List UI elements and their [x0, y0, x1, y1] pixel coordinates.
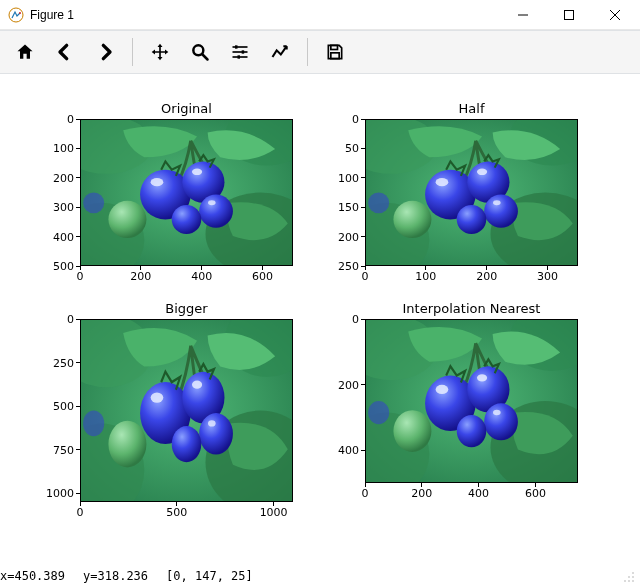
- svg-point-27: [151, 178, 164, 186]
- y-tick-label: 250: [34, 356, 74, 369]
- x-tick-label: 1000: [260, 506, 288, 519]
- zoom-button[interactable]: [181, 34, 219, 70]
- subplot-title: Half: [365, 101, 578, 116]
- x-tick-label: 200: [130, 270, 151, 283]
- svg-point-57: [208, 420, 216, 426]
- configure-subplots-button[interactable]: [221, 34, 259, 70]
- y-tick-label: 200: [319, 230, 359, 243]
- svg-point-49: [83, 411, 104, 437]
- y-tick-label: 50: [319, 142, 359, 155]
- axes-image: [365, 319, 578, 483]
- svg-point-25: [199, 195, 233, 228]
- svg-point-40: [457, 205, 487, 234]
- svg-point-28: [192, 168, 202, 175]
- y-tick-label: 250: [319, 260, 359, 273]
- edit-parameters-button[interactable]: [261, 34, 299, 70]
- subplot: Bigger: [80, 319, 293, 502]
- x-tick-label: 300: [537, 270, 558, 283]
- y-tick-label: 0: [319, 313, 359, 326]
- status-bar: x=450.389 y=318.236 [0, 147, 25]: [0, 564, 640, 588]
- svg-point-67: [484, 403, 518, 440]
- y-tick-label: 100: [319, 171, 359, 184]
- subplot-title: Original: [80, 101, 293, 116]
- subplot: Half: [365, 119, 578, 266]
- save-button[interactable]: [316, 34, 354, 70]
- svg-rect-9: [235, 45, 238, 48]
- home-button[interactable]: [6, 34, 44, 70]
- y-tick-label: 500: [34, 400, 74, 413]
- window-title: Figure 1: [30, 8, 74, 22]
- y-tick-label: 300: [34, 201, 74, 214]
- y-tick-label: 500: [34, 260, 74, 273]
- x-tick-label: 600: [252, 270, 273, 283]
- cursor-y: y=318.236: [83, 569, 148, 583]
- x-tick-label: 200: [411, 487, 432, 500]
- close-button[interactable]: [592, 0, 638, 30]
- y-tick-label: 1000: [34, 487, 74, 500]
- axes-image: [80, 319, 293, 502]
- svg-point-71: [493, 410, 501, 416]
- svg-point-54: [172, 426, 202, 462]
- subplot-title: Bigger: [80, 301, 293, 316]
- app-icon: [8, 7, 24, 23]
- subplot-title: Interpolation Nearest: [365, 301, 578, 316]
- svg-point-70: [477, 374, 487, 381]
- y-tick-label: 200: [319, 378, 359, 391]
- forward-button[interactable]: [86, 34, 124, 70]
- figure-canvas[interactable]: Original: [0, 74, 640, 564]
- x-tick-label: 0: [362, 487, 369, 500]
- window-titlebar: Figure 1: [0, 0, 640, 30]
- subplot: Interpolation Nearest: [365, 319, 578, 483]
- x-tick-label: 400: [191, 270, 212, 283]
- svg-point-29: [208, 200, 216, 205]
- y-tick-label: 0: [34, 113, 74, 126]
- svg-point-72: [632, 572, 634, 574]
- x-tick-label: 400: [468, 487, 489, 500]
- svg-point-69: [436, 385, 449, 394]
- svg-point-26: [172, 205, 202, 234]
- toolbar-separator: [132, 38, 133, 66]
- svg-rect-11: [242, 50, 245, 53]
- svg-point-68: [457, 415, 487, 447]
- svg-point-56: [192, 381, 202, 389]
- pan-button[interactable]: [141, 34, 179, 70]
- svg-point-53: [199, 413, 233, 454]
- svg-point-39: [484, 195, 518, 228]
- svg-point-41: [436, 178, 449, 186]
- minimize-button[interactable]: [500, 0, 546, 30]
- axes-image: [365, 119, 578, 266]
- maximize-button[interactable]: [546, 0, 592, 30]
- x-tick-label: 0: [77, 506, 84, 519]
- svg-point-77: [632, 580, 634, 582]
- y-tick-label: 400: [319, 444, 359, 457]
- axes-image: [80, 119, 293, 266]
- x-tick-label: 200: [476, 270, 497, 283]
- cursor-pixel-value: [0, 147, 25]: [166, 569, 253, 583]
- svg-point-75: [624, 580, 626, 582]
- svg-point-50: [108, 421, 146, 468]
- cursor-x: x=450.389: [0, 569, 65, 583]
- svg-point-63: [368, 401, 389, 424]
- svg-point-74: [632, 576, 634, 578]
- svg-point-1: [19, 12, 21, 14]
- y-tick-label: 150: [319, 201, 359, 214]
- svg-point-36: [393, 201, 431, 238]
- svg-rect-13: [238, 55, 241, 58]
- resize-grip-icon[interactable]: [620, 568, 636, 584]
- svg-point-42: [477, 168, 487, 175]
- y-tick-label: 0: [319, 113, 359, 126]
- x-tick-label: 0: [77, 270, 84, 283]
- back-button[interactable]: [46, 34, 84, 70]
- svg-point-43: [493, 200, 501, 205]
- x-tick-label: 600: [525, 487, 546, 500]
- y-tick-label: 400: [34, 230, 74, 243]
- svg-rect-15: [331, 53, 339, 59]
- svg-point-64: [393, 410, 431, 452]
- y-tick-label: 0: [34, 313, 74, 326]
- subplot: Original: [80, 119, 293, 266]
- svg-point-55: [151, 392, 164, 402]
- svg-point-73: [628, 576, 630, 578]
- x-tick-label: 0: [362, 270, 369, 283]
- svg-point-21: [83, 193, 104, 214]
- svg-point-76: [628, 580, 630, 582]
